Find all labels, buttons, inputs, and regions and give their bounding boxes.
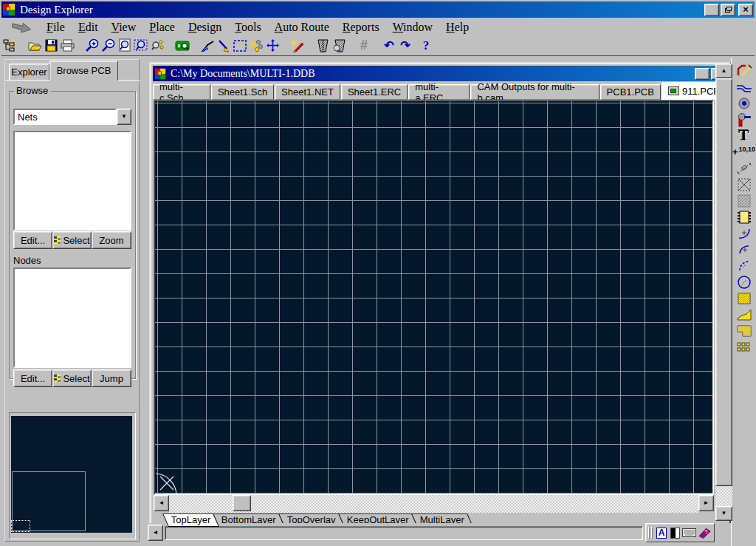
- menu-place[interactable]: Place: [142, 20, 182, 35]
- ime-mode-icon[interactable]: A: [656, 526, 667, 539]
- tab-browse-pcb[interactable]: Browse PCB: [49, 61, 118, 81]
- menu-help[interactable]: Help: [439, 20, 475, 35]
- place-dimension-icon[interactable]: [735, 160, 753, 176]
- place-polygon-cutout-icon[interactable]: [735, 307, 753, 322]
- place-string-icon[interactable]: T: [735, 128, 753, 143]
- nodes-edit-button[interactable]: Edit...: [13, 369, 52, 387]
- place-arc-center-icon[interactable]: [735, 242, 753, 257]
- titlebar[interactable]: Design Explorer _ ×: [1, 1, 755, 18]
- menu-reports[interactable]: Reports: [336, 20, 386, 35]
- scroll-up-icon[interactable]: ▲: [715, 64, 732, 78]
- place-arc-angle-icon[interactable]: [735, 258, 753, 273]
- place-component-icon[interactable]: [735, 209, 753, 225]
- menu-file[interactable]: File: [40, 20, 72, 35]
- place-fill-icon[interactable]: [735, 290, 753, 306]
- nodes-jump-button[interactable]: Jump: [92, 369, 131, 387]
- zoom-in-icon[interactable]: [84, 38, 100, 54]
- place-pad-icon[interactable]: [735, 95, 753, 111]
- minimap-viewport-rect[interactable]: [11, 520, 30, 532]
- minimize-button[interactable]: _: [704, 4, 719, 16]
- print-icon[interactable]: [59, 38, 75, 54]
- doc-tab-sheet1-erc[interactable]: Sheet1.ERC: [341, 84, 408, 100]
- shield-b-icon[interactable]: [331, 38, 347, 54]
- scroll-down-icon[interactable]: ▼: [715, 506, 732, 521]
- vscroll-track[interactable]: [715, 486, 732, 506]
- board-minimap[interactable]: [9, 412, 136, 539]
- zoom-out-icon[interactable]: [100, 38, 117, 54]
- doc-tab-cam-outputs[interactable]: CAM Outputs for multi-b.cam: [470, 84, 599, 100]
- undo-icon[interactable]: ↶: [381, 38, 397, 54]
- move-icon[interactable]: [264, 38, 281, 54]
- explorer-panel-icon[interactable]: [1, 38, 18, 54]
- ime-help-icon[interactable]: ?: [698, 526, 712, 539]
- pcb-canvas[interactable]: [154, 100, 714, 495]
- doc-tab-multi-a-erc[interactable]: multi-a.ERC: [408, 84, 470, 100]
- move-selection-icon[interactable]: [248, 38, 264, 54]
- zoom-document-icon[interactable]: [117, 38, 133, 54]
- grid-toggle-icon[interactable]: #: [356, 38, 372, 54]
- nets-zoom-button[interactable]: Zoom: [92, 231, 131, 249]
- place-signal-route-icon[interactable]: [735, 79, 753, 95]
- place-track-icon[interactable]: [735, 63, 753, 78]
- doc-tab-pcb1-pcb[interactable]: PCB1.PCB: [600, 84, 661, 100]
- place-pad-array-icon[interactable]: [735, 339, 753, 355]
- wand-icon[interactable]: [289, 38, 306, 54]
- horizontal-scrollbar[interactable]: ◄ ►: [154, 495, 714, 513]
- hscroll-track[interactable]: [169, 495, 698, 513]
- bottom-scroll-track[interactable]: [165, 526, 643, 540]
- place-via-icon[interactable]: [735, 112, 753, 127]
- nets-select-button[interactable]: Select: [52, 231, 92, 249]
- nets-listbox[interactable]: [13, 131, 131, 231]
- document-titlebar[interactable]: C:\My Documents\MULTI-1.DDB _: [153, 66, 727, 81]
- place-circle-icon[interactable]: [735, 274, 753, 290]
- zoom-point-icon[interactable]: [149, 38, 165, 54]
- browse-board-icon[interactable]: [174, 38, 190, 54]
- menu-tools[interactable]: Tools: [228, 20, 267, 35]
- place-plane-icon[interactable]: [735, 193, 753, 208]
- help-icon[interactable]: ?: [418, 38, 434, 54]
- save-icon[interactable]: [43, 38, 59, 54]
- design-explorer-window: Design Explorer _ × File Edit View Place…: [0, 0, 756, 546]
- menu-view[interactable]: View: [105, 20, 143, 35]
- menu-window[interactable]: Window: [386, 20, 439, 35]
- hscroll-thumb[interactable]: [233, 495, 251, 511]
- place-arc-edge-icon[interactable]: [735, 225, 753, 241]
- nets-edit-button[interactable]: Edit...: [13, 231, 52, 249]
- bottom-scroll-left-icon[interactable]: ◄: [148, 525, 163, 541]
- doc-minimize-button[interactable]: _: [695, 68, 709, 80]
- vscroll-thumb[interactable]: [715, 78, 732, 486]
- ime-halfwidth-icon[interactable]: [669, 526, 681, 539]
- wire-icon[interactable]: [216, 38, 232, 54]
- cutter-icon[interactable]: [199, 38, 216, 54]
- nodes-listbox[interactable]: [13, 267, 131, 368]
- open-icon[interactable]: [27, 38, 43, 54]
- menu-design[interactable]: Design: [182, 20, 228, 35]
- shield-a-icon[interactable]: [315, 38, 331, 54]
- layer-tab-toplayer[interactable]: TopLayer: [162, 513, 219, 527]
- system-menu-arrow-icon[interactable]: [12, 23, 31, 33]
- combobox-dropdown-icon[interactable]: ▼: [117, 109, 131, 125]
- restore-button[interactable]: [721, 4, 735, 16]
- ime-grip-handle[interactable]: [648, 527, 650, 539]
- doc-tab-multi-c-sch[interactable]: multi-c.Sch: [153, 84, 210, 100]
- tab-explorer[interactable]: Explorer: [9, 64, 49, 81]
- place-polygon-plane-icon[interactable]: [735, 323, 753, 338]
- browse-pcb-page: Browse Nets ▼ Edit... Select Zoom Nodes …: [5, 80, 140, 542]
- ime-keyboard-icon[interactable]: [682, 526, 696, 539]
- doc-tab-sheet1-sch[interactable]: Sheet1.Sch: [211, 84, 274, 100]
- scroll-left-icon[interactable]: ◄: [154, 495, 169, 511]
- select-area-icon[interactable]: [232, 38, 248, 54]
- scroll-right-icon[interactable]: ►: [698, 495, 714, 511]
- place-room-icon[interactable]: [735, 177, 753, 192]
- place-coordinate-icon[interactable]: +10,10: [735, 144, 753, 160]
- nodes-select-button[interactable]: Select: [52, 369, 92, 387]
- menu-auto-route[interactable]: Auto Route: [268, 20, 336, 35]
- vertical-scrollbar[interactable]: ▲ ▼: [715, 64, 732, 522]
- zoom-area-icon[interactable]: [133, 38, 149, 54]
- menu-edit[interactable]: Edit: [72, 20, 105, 35]
- ime-grip-handle[interactable]: [651, 527, 653, 539]
- browse-mode-combobox[interactable]: Nets ▼: [13, 109, 131, 125]
- redo-icon[interactable]: ↷: [397, 38, 413, 54]
- doc-tab-sheet1-net[interactable]: Sheet1.NET: [275, 84, 340, 100]
- close-button[interactable]: ×: [738, 4, 753, 16]
